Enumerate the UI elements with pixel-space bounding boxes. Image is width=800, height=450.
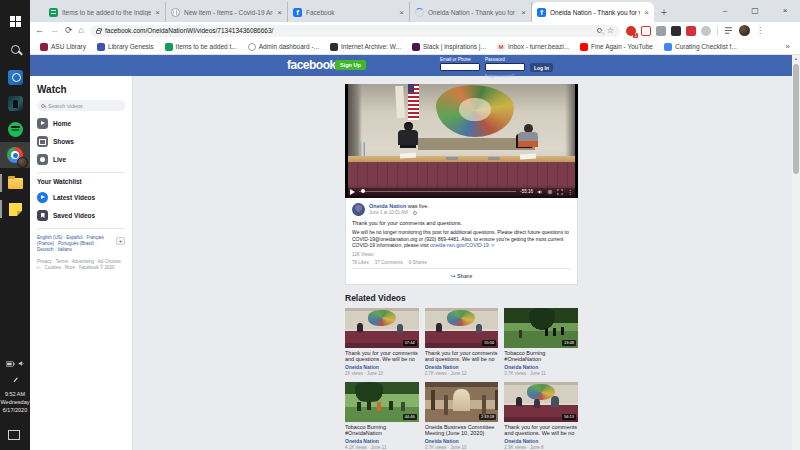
video-menu-kebab-icon[interactable]: ⋮ — [567, 188, 573, 195]
add-language-button[interactable]: + — [116, 237, 125, 245]
taskbar-clock[interactable]: 9:52 AM Wednesday 6/17/2020 — [0, 390, 30, 414]
fullscreen-icon[interactable] — [557, 189, 563, 195]
scrollbar-up-icon[interactable]: ▲ — [792, 55, 800, 63]
covid-info-link[interactable]: oneida-nsn.gov/COVID-19 — [430, 242, 489, 248]
adblock-extension-icon[interactable]: 1 — [626, 26, 636, 36]
home-button[interactable]: ⌂ — [79, 22, 84, 39]
channel-link[interactable]: Oneida Nation — [425, 438, 499, 444]
search-videos-input[interactable]: Search videos — [37, 100, 125, 111]
volume-icon[interactable] — [537, 189, 543, 195]
forward-button[interactable]: → — [50, 22, 59, 39]
forgot-account-link[interactable]: Forgot account? — [485, 73, 525, 78]
new-tab-button[interactable]: + — [654, 2, 674, 22]
close-window-button[interactable]: × — [770, 0, 800, 22]
extension-icon[interactable] — [656, 26, 666, 36]
legal-links[interactable]: Privacy · Terms · Advertising · Ad Choic… — [37, 259, 125, 271]
related-video-card[interactable]: 2:33:18 Oneida Business Committee Meetin… — [425, 382, 499, 450]
bookmark-youtube[interactable]: Fine Again - YouTube — [580, 43, 653, 51]
taskbar-app-chrome[interactable] — [0, 142, 30, 168]
settings-gear-icon[interactable] — [547, 189, 553, 195]
sidebar-item-latest-videos[interactable]: Latest Videos — [37, 192, 125, 203]
browser-menu-kebab-icon[interactable]: ⋮ — [756, 26, 764, 35]
video-thumbnail[interactable]: 2:33:18 — [425, 382, 499, 422]
shares-count[interactable]: 9 Shares — [409, 260, 427, 265]
bookmark-slack[interactable]: Slack | inspirations |... — [412, 43, 486, 51]
bookmark-internet-archive[interactable]: Internet Archive: W... — [330, 43, 401, 51]
taskbar-app-spotify[interactable] — [0, 116, 30, 142]
sidebar-item-home[interactable]: Home — [37, 118, 125, 129]
tab-close-icon[interactable]: × — [155, 8, 160, 17]
zoom-page-icon[interactable] — [597, 28, 602, 33]
channel-link[interactable]: Oneida Nation — [504, 438, 578, 444]
system-tray[interactable] — [0, 360, 30, 367]
tab-close-icon[interactable]: × — [644, 8, 649, 17]
bookmark-library-genesis[interactable]: Library Genesis — [97, 43, 154, 51]
signup-button[interactable]: Sign Up — [335, 60, 366, 70]
tab-new-item-covid[interactable]: New item - Items - Covid-19 Arch × — [166, 2, 288, 22]
extension-icon[interactable] — [641, 26, 651, 36]
bookmark-curating-checklist[interactable]: Curating Checklist f... — [664, 43, 737, 51]
tab-close-icon[interactable]: × — [521, 8, 526, 17]
sidebar-item-live[interactable]: Live — [37, 154, 125, 165]
bookmark-asu-library[interactable]: ASU Library — [40, 43, 86, 51]
oneida-nation-avatar[interactable] — [352, 203, 365, 216]
video-thumbnail[interactable]: 13:48 — [504, 308, 578, 348]
language-links[interactable]: English (US) · Español · Français (Franc… — [37, 235, 125, 253]
taskbar-search-button[interactable] — [0, 36, 30, 62]
facebook-logo[interactable]: facebook — [287, 58, 336, 72]
sidebar-item-shows[interactable]: Shows — [37, 136, 125, 147]
email-field[interactable] — [440, 63, 480, 71]
bookmark-items-sheet[interactable]: Items to be added t... — [165, 43, 237, 51]
related-video-card[interactable]: 55:56 Thank you for your comments and qu… — [425, 308, 499, 376]
page-scrollbar[interactable]: ▲ — [792, 55, 800, 450]
bookmark-inbox[interactable]: MInbox - turner.beazl... — [497, 43, 569, 51]
related-video-card[interactable]: 13:48 Tobacco Burning #OneidaNation Onei… — [504, 308, 578, 376]
video-title[interactable]: Thank you for your comments and question… — [504, 424, 578, 437]
maximize-button[interactable]: ▢ — [740, 0, 770, 22]
channel-link[interactable]: Oneida Nation — [425, 364, 499, 370]
video-title[interactable]: Oneida Business Committee Meeting (June … — [425, 424, 499, 437]
person-extension-icon[interactable] — [701, 26, 711, 36]
login-button[interactable]: Log In — [530, 63, 553, 72]
related-video-card[interactable]: 57:44 Thank you for your comments and qu… — [345, 308, 419, 376]
related-video-card[interactable]: 56:13 Thank you for your comments and qu… — [504, 382, 578, 450]
pdf-extension-icon[interactable] — [686, 26, 696, 36]
comments-count[interactable]: 37 Comments — [375, 260, 403, 265]
tab-close-icon[interactable]: × — [277, 8, 282, 17]
tab-close-icon[interactable]: × — [399, 8, 404, 17]
address-bar[interactable]: facebook.com/OneidaNationWI/videos/71341… — [90, 25, 620, 37]
action-center-button[interactable] — [8, 430, 20, 440]
tab-oneida-active[interactable]: f Oneida Nation - Thank you for y × — [532, 2, 654, 22]
video-title[interactable]: Thank you for your comments and question… — [425, 350, 499, 363]
bookmark-star-icon[interactable]: ☆ — [607, 26, 614, 35]
post-author-link[interactable]: Oneida Nation — [369, 203, 406, 209]
post-timestamp[interactable]: June 1 at 10:01 AM · — [369, 210, 411, 215]
video-title[interactable]: Tobacco Burning #OneidaNation — [345, 424, 419, 437]
tab-oneida-loading[interactable]: Oneida Nation - Thank you for y × — [410, 2, 532, 22]
tab-items-to-be-added[interactable]: Items to be added to the Indige × — [44, 2, 166, 22]
related-video-card[interactable]: 44:46 Tobacco Burning #OneidaNation Onei… — [345, 382, 419, 450]
profile-avatar[interactable] — [739, 25, 750, 36]
video-player[interactable]: -55:16 ⋮ — [345, 84, 578, 198]
back-button[interactable]: ← — [35, 22, 44, 39]
channel-link[interactable]: Oneida Nation — [345, 438, 419, 444]
taskbar-app-file-explorer[interactable] — [0, 170, 30, 196]
start-button[interactable] — [0, 8, 30, 34]
password-field[interactable] — [485, 63, 525, 71]
sidebar-item-saved-videos[interactable]: Saved Videos — [37, 210, 125, 221]
video-thumbnail[interactable]: 57:44 — [345, 308, 419, 348]
reload-button[interactable]: ⟳ — [65, 22, 73, 39]
url-text[interactable]: facebook.com/OneidaNationWI/videos/71341… — [105, 27, 593, 34]
reading-list-icon[interactable] — [724, 26, 733, 35]
channel-link[interactable]: Oneida Nation — [345, 364, 419, 370]
bookmarks-overflow-icon[interactable]: » — [786, 42, 790, 51]
scrollbar-thumb[interactable] — [793, 64, 799, 174]
taskbar-app-people[interactable] — [0, 64, 30, 90]
likes-count[interactable]: 78 Likes — [352, 260, 369, 265]
video-thumbnail[interactable]: 44:46 — [345, 382, 419, 422]
taskbar-app-sticky-notes[interactable] — [0, 196, 30, 222]
tab-facebook[interactable]: f Facebook × — [288, 2, 410, 22]
video-title[interactable]: Tobacco Burning #OneidaNation — [504, 350, 578, 363]
channel-link[interactable]: Oneida Nation — [504, 364, 578, 370]
video-thumbnail[interactable]: 55:56 — [425, 308, 499, 348]
